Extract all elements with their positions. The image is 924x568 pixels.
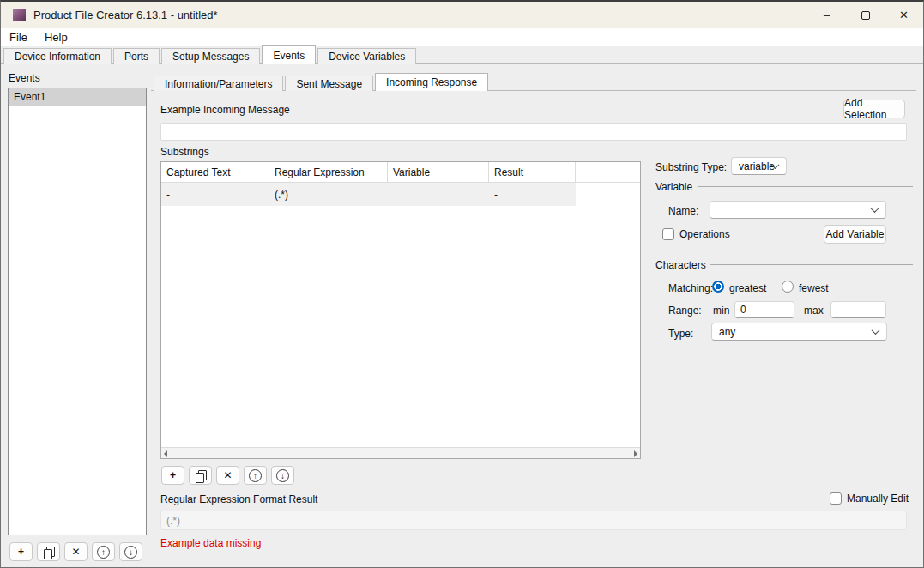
cell-captured-text[interactable]: - xyxy=(161,183,269,206)
range-min-label: min xyxy=(713,305,729,317)
error-message: Example data missing xyxy=(160,537,261,549)
title-bar: Product File Creator 6.13.1 - untitled* … xyxy=(1,2,923,28)
maximize-icon xyxy=(861,11,870,20)
column-header-result[interactable]: Result xyxy=(489,162,576,182)
column-header-variable[interactable]: Variable xyxy=(388,162,489,182)
delete-substring-button[interactable]: ✕ xyxy=(216,466,239,485)
manually-edit-label: Manually Edit xyxy=(847,492,909,505)
horizontal-scrollbar[interactable] xyxy=(161,447,640,458)
app-icon xyxy=(13,9,26,21)
application-window: Product File Creator 6.13.1 - untitled* … xyxy=(0,0,924,568)
move-substring-up-button[interactable]: ↑ xyxy=(244,466,267,485)
add-variable-button[interactable]: Add Variable xyxy=(824,225,886,244)
events-list[interactable]: Event1 xyxy=(8,88,147,535)
tab-events[interactable]: Events xyxy=(262,45,316,64)
add-event-button[interactable]: + xyxy=(9,542,33,561)
operations-label: Operations xyxy=(679,228,730,240)
tab-setup-messages[interactable]: Setup Messages xyxy=(161,48,260,64)
plus-icon: + xyxy=(170,469,176,481)
add-substring-button[interactable]: + xyxy=(161,466,184,485)
name-label: Name: xyxy=(668,205,698,217)
operations-checkbox[interactable] xyxy=(662,228,674,240)
tab-incoming-response[interactable]: Incoming Response xyxy=(375,73,488,91)
move-event-up-button[interactable]: ↑ xyxy=(92,542,115,561)
minimize-icon: – xyxy=(824,9,830,21)
copy-event-button[interactable] xyxy=(37,542,60,561)
copy-icon xyxy=(196,470,206,481)
delete-icon: ✕ xyxy=(223,469,232,481)
tab-device-variables[interactable]: Device Variables xyxy=(317,48,416,64)
scroll-right-icon[interactable] xyxy=(634,450,637,457)
tab-sent-message[interactable]: Sent Message xyxy=(285,76,373,91)
range-max-input[interactable] xyxy=(830,301,886,318)
tab-information-parameters[interactable]: Information/Parameters xyxy=(154,76,283,91)
maximize-button[interactable] xyxy=(846,2,885,28)
plus-icon: + xyxy=(18,546,24,558)
matching-fewest-label: fewest xyxy=(799,282,829,294)
substrings-toolbar: + ✕ ↑ ↓ xyxy=(161,466,294,485)
characters-group-title: Characters xyxy=(655,259,706,271)
up-arrow-icon: ↑ xyxy=(97,546,110,559)
range-max-label: max xyxy=(804,305,824,317)
menu-bar: File Help xyxy=(1,28,923,46)
down-arrow-icon: ↓ xyxy=(124,546,137,559)
menu-file[interactable]: File xyxy=(1,28,36,46)
variable-name-dropdown[interactable] xyxy=(710,201,886,219)
copy-substring-button[interactable] xyxy=(189,466,212,485)
matching-fewest-radio[interactable] xyxy=(782,281,794,293)
window-title: Product File Creator 6.13.1 - untitled* xyxy=(33,9,218,21)
matching-greatest-radio[interactable] xyxy=(712,281,724,293)
cell-regular-expression[interactable]: (.*) xyxy=(269,183,388,206)
table-row[interactable]: - (.*) - xyxy=(161,183,640,206)
close-icon: ✕ xyxy=(899,9,909,21)
tab-device-information[interactable]: Device Information xyxy=(3,48,112,64)
move-substring-down-button[interactable]: ↓ xyxy=(271,466,294,485)
characters-group-line xyxy=(710,264,913,265)
range-label: Range: xyxy=(668,305,702,317)
table-header-row: Captured Text Regular Expression Variabl… xyxy=(161,162,640,183)
variable-group-line xyxy=(698,186,913,187)
up-arrow-icon: ↑ xyxy=(249,469,262,482)
cell-variable[interactable] xyxy=(388,183,489,206)
substring-type-dropdown[interactable]: variable xyxy=(731,157,787,175)
type-label: Type: xyxy=(668,328,693,340)
events-toolbar: + ✕ ↑ ↓ xyxy=(9,542,142,561)
substrings-label: Substrings xyxy=(160,146,209,158)
regex-format-result-field: (.*) xyxy=(160,511,907,530)
sub-tab-bar: Information/Parameters Sent Message Inco… xyxy=(154,73,490,91)
substring-type-label: Substring Type: xyxy=(655,161,727,173)
manually-edit-checkbox[interactable] xyxy=(830,492,842,505)
menu-help[interactable]: Help xyxy=(36,28,76,46)
list-item-event1[interactable]: Event1 xyxy=(9,88,146,106)
character-type-value: any xyxy=(719,326,735,338)
example-incoming-message-label: Example Incoming Message xyxy=(160,104,290,116)
down-arrow-icon: ↓ xyxy=(276,469,289,482)
substrings-table[interactable]: Captured Text Regular Expression Variabl… xyxy=(160,161,641,459)
delete-event-button[interactable]: ✕ xyxy=(64,542,88,561)
column-header-regular-expression[interactable]: Regular Expression xyxy=(269,162,388,182)
matching-label: Matching: xyxy=(668,282,713,294)
chevron-down-icon xyxy=(872,326,880,335)
range-min-input[interactable] xyxy=(734,301,794,318)
delete-icon: ✕ xyxy=(71,546,80,558)
events-panel-label: Events xyxy=(9,72,40,84)
character-type-dropdown[interactable]: any xyxy=(711,323,887,341)
variable-group-title: Variable xyxy=(655,181,692,193)
substring-type-value: variable xyxy=(739,160,775,172)
move-event-down-button[interactable]: ↓ xyxy=(119,542,142,561)
cell-result[interactable]: - xyxy=(489,183,576,206)
copy-icon xyxy=(44,547,54,558)
window-controls: – ✕ xyxy=(807,2,923,28)
regex-format-result-label: Regular Expression Format Result xyxy=(160,493,317,505)
tab-ports[interactable]: Ports xyxy=(113,48,160,64)
matching-greatest-label: greatest xyxy=(729,282,766,294)
column-header-captured-text[interactable]: Captured Text xyxy=(161,162,269,182)
scroll-left-icon[interactable] xyxy=(164,450,167,457)
minimize-button[interactable]: – xyxy=(807,2,846,28)
close-button[interactable]: ✕ xyxy=(885,2,923,28)
chevron-down-icon xyxy=(871,204,879,213)
main-tab-bar: Device Information Ports Setup Messages … xyxy=(3,45,418,64)
example-incoming-message-input[interactable] xyxy=(160,123,907,141)
add-selection-button[interactable]: Add Selection xyxy=(843,100,905,118)
